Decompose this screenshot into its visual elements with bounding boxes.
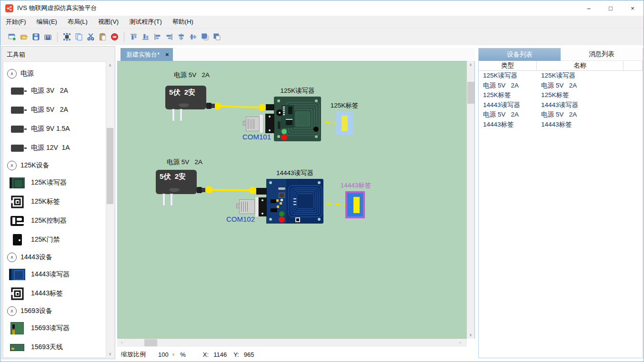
tab-message-list[interactable]: 消息列表 <box>561 48 643 61</box>
tool-item-15693-reader[interactable]: 15693读写器 <box>3 319 106 338</box>
canvas-hscrollbar[interactable]: ‹ › <box>117 339 467 347</box>
align-bottom-button[interactable] <box>140 31 151 43</box>
close-button[interactable]: × <box>622 0 644 16</box>
canvas-vscrollbar[interactable]: ∧ ∨ <box>467 61 475 339</box>
tool-item-15693-tag[interactable]: 15693标签 <box>3 357 106 358</box>
tool-item-14443-tag[interactable]: 14443标签 <box>3 284 106 303</box>
db9-connector-1[interactable] <box>246 117 260 131</box>
serial-port-1 <box>265 114 274 133</box>
menu-view[interactable]: 视图(V) <box>93 16 124 28</box>
copy-button[interactable] <box>73 31 85 43</box>
column-header-type[interactable]: 类型 <box>479 61 537 70</box>
delete-button[interactable] <box>109 31 121 43</box>
zoom-value[interactable]: 100 <box>158 351 169 358</box>
maximize-button[interactable]: □ <box>600 0 622 16</box>
paste-button[interactable] <box>97 31 109 43</box>
14443-reader-icon <box>9 269 25 280</box>
menu-help[interactable]: 帮助(H) <box>167 16 199 28</box>
scroll-up-icon[interactable]: ∧ <box>467 61 474 68</box>
table-row[interactable]: 125K读写器 125K读写器 <box>479 71 643 81</box>
column-header-name[interactable]: 名称 <box>537 61 624 70</box>
experiment-canvas[interactable]: 电源 5V 2A 5伏 2安 125K读写器 <box>117 61 467 339</box>
power-adapter-2[interactable]: 5伏 2安 <box>156 170 197 194</box>
align-center-vertical-button[interactable] <box>175 31 187 43</box>
align-right-button[interactable] <box>163 31 175 43</box>
db9-connector-2[interactable] <box>239 199 255 214</box>
zoom-dropdown-icon[interactable]: ∨ <box>172 352 175 357</box>
align-center-horizontal-button[interactable] <box>187 31 199 43</box>
tool-item-125k-tag[interactable]: 125K标签 <box>3 192 106 211</box>
toolbox-title: 工具箱 <box>2 47 115 61</box>
toolbar <box>0 29 644 45</box>
reader-125k[interactable] <box>274 97 321 141</box>
tag-125k[interactable] <box>336 112 353 135</box>
tool-item-power-5v[interactable]: 电源 5V 2A <box>3 100 106 119</box>
scrollbar-thumb[interactable] <box>467 82 474 104</box>
bring-to-front-button[interactable] <box>199 31 211 43</box>
menu-test-program[interactable]: 测试程序(T) <box>124 16 167 28</box>
select-all-button[interactable] <box>61 31 73 43</box>
right-panel: 设备列表 消息列表 类型 名称 125K读写器 125K读写器 电源 5V 2A… <box>478 48 643 358</box>
tool-item-14443-reader[interactable]: 14443读写器 <box>3 265 106 284</box>
table-row[interactable]: 14443标签 14443标签 <box>479 120 643 130</box>
open-button[interactable] <box>18 31 30 43</box>
toolbox-group-14443[interactable]: ∧ 14443设备 <box>3 249 106 265</box>
tool-item-15693-antenna[interactable]: 15693天线 <box>3 338 106 357</box>
toolbox-group-125k[interactable]: ∧ 125K设备 <box>3 157 106 173</box>
table-row[interactable]: 电源 5V 2A 电源 5V 2A <box>479 81 643 91</box>
toolbox-scrollbar[interactable]: ∧ ∨ <box>106 61 114 358</box>
toolbox-group-power[interactable]: ∧ 电源 <box>3 66 106 81</box>
tool-item-125k-door[interactable]: 125K门禁 <box>3 230 106 249</box>
save-as-button[interactable] <box>42 31 54 43</box>
menu-edit[interactable]: 编辑(E) <box>31 16 62 28</box>
scroll-right-icon[interactable]: › <box>456 339 464 346</box>
tool-item-125k-controller[interactable]: 125K控制器 <box>3 211 106 230</box>
tab-device-list[interactable]: 设备列表 <box>479 48 561 61</box>
scroll-down-icon[interactable]: ∨ <box>467 331 474 339</box>
collapse-icon[interactable]: ∧ <box>7 69 17 78</box>
tool-item-power-12v[interactable]: 电源 12V 1A <box>3 138 106 157</box>
menu-start[interactable]: 开始(F) <box>0 16 31 28</box>
menu-layout[interactable]: 布局(L) <box>62 16 93 28</box>
minimize-button[interactable]: – <box>578 0 600 16</box>
tag-14443[interactable] <box>345 191 365 218</box>
save-icon <box>32 33 40 41</box>
15693-antenna-icon <box>10 344 24 351</box>
delete-icon <box>111 33 119 41</box>
green-led <box>282 129 287 134</box>
table-row[interactable]: 14443读写器 14443读写器 <box>479 100 643 110</box>
align-left-button[interactable] <box>151 31 163 43</box>
scroll-up-icon[interactable]: ∧ <box>106 61 114 69</box>
scroll-left-icon[interactable]: ‹ <box>118 339 126 346</box>
new-button[interactable] <box>6 31 18 43</box>
coil-14443 <box>288 185 323 218</box>
cut-button[interactable] <box>85 31 97 43</box>
scrollbar-thumb[interactable] <box>107 128 113 204</box>
tool-item-125k-reader[interactable]: 125K读写器 <box>3 173 106 192</box>
push-button <box>295 217 300 222</box>
serial-port-2 <box>258 197 267 216</box>
align-top-icon <box>130 33 138 41</box>
save-button[interactable] <box>30 31 42 43</box>
send-to-back-button[interactable] <box>211 31 223 43</box>
collapse-icon[interactable]: ∧ <box>7 253 17 262</box>
collapse-icon[interactable]: ∧ <box>7 161 17 170</box>
bring-to-front-icon <box>201 33 209 41</box>
tool-item-power-3v[interactable]: 电源 3V 2A <box>3 81 106 100</box>
column-header-empty <box>624 61 643 70</box>
reader-14443[interactable] <box>266 179 323 224</box>
table-row[interactable]: 125K标签 125K标签 <box>479 90 643 100</box>
table-row[interactable]: 电源 5V 2A 电源 5V 2A <box>479 110 643 120</box>
power-adapter-icon <box>11 126 24 133</box>
power-adapter-1[interactable]: 5伏 2安 <box>165 86 206 109</box>
tag-label-1: 125K标签 <box>328 101 361 110</box>
toolbox-group-15693[interactable]: ∧ 15693设备 <box>3 303 106 319</box>
collapse-icon[interactable]: ∧ <box>7 306 17 316</box>
align-left-icon <box>153 33 161 41</box>
align-top-button[interactable] <box>128 31 140 43</box>
scrollbar-thumb[interactable] <box>144 339 157 346</box>
tab-close-icon[interactable]: × <box>165 51 169 58</box>
tab-new-workbench[interactable]: 新建实验台* × <box>121 48 173 61</box>
tool-item-power-9v[interactable]: 电源 9V 1.5A <box>3 119 106 138</box>
scroll-down-icon[interactable]: ∨ <box>106 350 114 358</box>
